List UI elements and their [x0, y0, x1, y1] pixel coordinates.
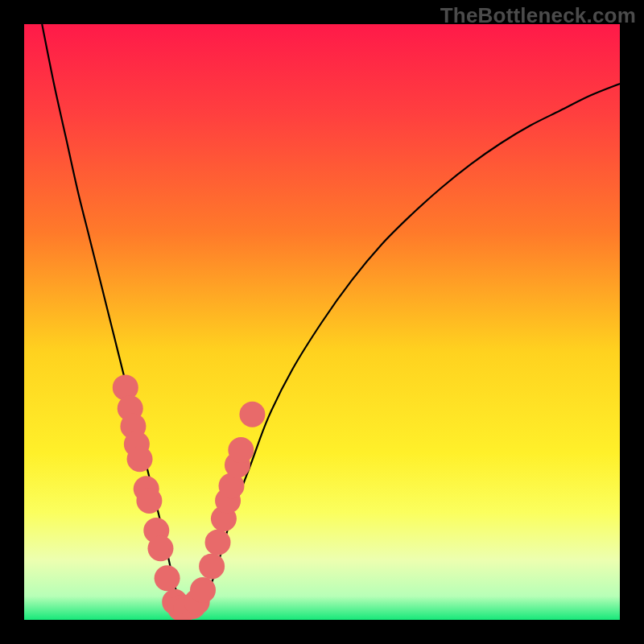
data-marker: [228, 437, 254, 463]
plot-area: [24, 24, 620, 620]
data-marker: [147, 535, 173, 561]
outer-frame: TheBottleneck.com: [0, 0, 644, 644]
data-marker: [136, 488, 162, 514]
data-marker: [155, 565, 180, 591]
data-marker: [239, 402, 265, 427]
chart-svg: [24, 24, 620, 620]
data-marker: [127, 446, 153, 472]
data-marker: [205, 530, 231, 555]
data-marker: [199, 553, 225, 579]
data-marker: [190, 577, 216, 603]
